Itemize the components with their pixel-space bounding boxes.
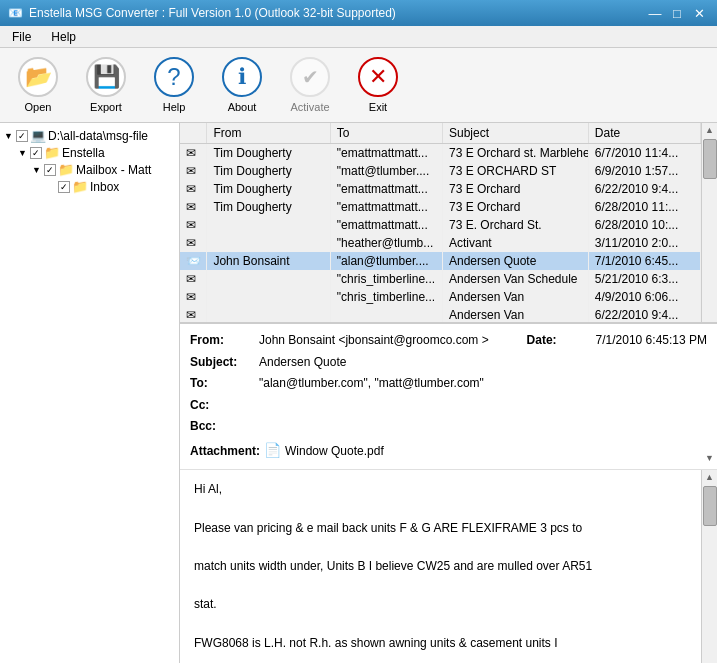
col-header-from[interactable]: From — [207, 123, 330, 144]
enstella-label: Enstella — [62, 146, 105, 160]
date-label: Date: — [527, 330, 592, 352]
table-row[interactable]: 📨 John Bonsaint "alan@tlumber.... Anders… — [180, 252, 701, 270]
email-subject: 73 E ORCHARD ST — [442, 162, 588, 180]
checkbox-drive[interactable] — [16, 130, 28, 142]
bcc-label: Bcc: — [190, 416, 255, 438]
cc-label: Cc: — [190, 395, 255, 417]
email-date: 6/22/2010 9:4... — [588, 306, 700, 322]
email-subject: Andersen Quote — [442, 252, 588, 270]
open-button[interactable]: 📂 Open — [8, 53, 68, 117]
about-icon: ℹ — [222, 57, 262, 97]
menu-help[interactable]: Help — [43, 28, 84, 46]
preview-scrollbar[interactable]: ▲ — [701, 470, 717, 663]
table-row[interactable]: ✉ Tim Dougherty "emattmattmatt... 73 E O… — [180, 198, 701, 216]
attachment-label: Attachment: — [190, 441, 260, 463]
email-from — [207, 234, 330, 252]
email-icon-cell: ✉ — [180, 198, 207, 216]
window-title: Enstella MSG Converter : Full Version 1.… — [29, 6, 396, 20]
email-date: 6/22/2010 9:4... — [588, 180, 700, 198]
email-date: 6/7/2010 11:4... — [588, 144, 700, 163]
table-row[interactable]: ✉ Tim Dougherty "matt@tlumber.... 73 E O… — [180, 162, 701, 180]
preview-from: John Bonsaint <jbonsaint@groomco.com > — [259, 330, 489, 352]
email-subject: 73 E Orchard — [442, 180, 588, 198]
email-from — [207, 216, 330, 234]
email-from: John Bonsaint — [207, 252, 330, 270]
open-icon: 📂 — [18, 57, 58, 97]
folder-icon-enstella: 📁 — [44, 145, 60, 160]
checkbox-mailbox[interactable] — [44, 164, 56, 176]
col-header-date[interactable]: Date — [588, 123, 700, 144]
email-subject: 73 E Orchard st. Marblehead — [442, 144, 588, 163]
attachment-icon: 📄 — [264, 438, 281, 463]
main-area: ▼ 💻 D:\all-data\msg-file ▼ 📁 Enstella ▼ … — [0, 123, 717, 663]
title-bar: 📧 Enstella MSG Converter : Full Version … — [0, 0, 717, 26]
email-icon-cell: ✉ — [180, 162, 207, 180]
expand-icon-3: ▼ — [32, 165, 44, 175]
email-subject: 73 E. Orchard St. — [442, 216, 588, 234]
activate-label: Activate — [290, 101, 329, 113]
email-subject: Activant — [442, 234, 588, 252]
col-header-subject[interactable]: Subject — [442, 123, 588, 144]
preview-scrollbar-thumb[interactable] — [703, 486, 717, 526]
table-row[interactable]: ✉ Tim Dougherty "emattmattmatt... 73 E O… — [180, 144, 701, 163]
help-button[interactable]: ? Help — [144, 53, 204, 117]
list-scrollbar-thumb[interactable] — [703, 139, 717, 179]
email-subject: Andersen Van — [442, 288, 588, 306]
email-subject: 73 E Orchard — [442, 198, 588, 216]
col-header-attach — [180, 123, 207, 144]
tree-item-inbox[interactable]: 📁 Inbox — [0, 178, 179, 195]
email-subject: Andersen Van — [442, 306, 588, 322]
about-button[interactable]: ℹ About — [212, 53, 272, 117]
maximize-button[interactable]: □ — [667, 3, 687, 23]
close-button[interactable]: ✕ — [689, 3, 709, 23]
email-from — [207, 270, 330, 288]
about-label: About — [228, 101, 257, 113]
col-header-to[interactable]: To — [330, 123, 442, 144]
activate-button[interactable]: ✔ Activate — [280, 53, 340, 117]
email-icon-cell: ✉ — [180, 234, 207, 252]
email-to — [330, 306, 442, 322]
tree-item-mailbox[interactable]: ▼ 📁 Mailbox - Matt — [0, 161, 179, 178]
export-label: Export — [90, 101, 122, 113]
help-icon: ? — [154, 57, 194, 97]
table-row[interactable]: ✉ Andersen Van 6/22/2010 9:4... — [180, 306, 701, 322]
email-to: "emattmattmatt... — [330, 198, 442, 216]
list-scrollbar[interactable]: ▲ ▼ — [701, 123, 717, 322]
email-date: 6/9/2010 1:57... — [588, 162, 700, 180]
to-label: To: — [190, 373, 255, 395]
table-row[interactable]: ✉ "chris_timberline... Andersen Van 4/9/… — [180, 288, 701, 306]
export-button[interactable]: 💾 Export — [76, 53, 136, 117]
window-controls: — □ ✕ — [645, 3, 709, 23]
tree-item-enstella[interactable]: ▼ 📁 Enstella — [0, 144, 179, 161]
table-row[interactable]: ✉ "heather@tlumb... Activant 3/11/2010 2… — [180, 234, 701, 252]
email-date: 3/11/2010 2:0... — [588, 234, 700, 252]
email-from — [207, 288, 330, 306]
content-area: From To Subject Date ✉ Tim Dougherty "em… — [180, 123, 717, 663]
toolbar: 📂 Open 💾 Export ? Help ℹ About ✔ Activat… — [0, 48, 717, 123]
email-icon-cell: ✉ — [180, 270, 207, 288]
table-row[interactable]: ✉ Tim Dougherty "emattmattmatt... 73 E O… — [180, 180, 701, 198]
email-date: 6/28/2010 11:... — [588, 198, 700, 216]
email-scroll[interactable]: From To Subject Date ✉ Tim Dougherty "em… — [180, 123, 701, 322]
email-to: "alan@tlumber.... — [330, 252, 442, 270]
email-icon-cell: ✉ — [180, 144, 207, 163]
email-to: "matt@tlumber.... — [330, 162, 442, 180]
folder-icon-mailbox: 📁 — [58, 162, 74, 177]
preview-panel: From: John Bonsaint <jbonsaint@groomco.c… — [180, 323, 717, 663]
email-to: "chris_timberline... — [330, 288, 442, 306]
exit-button[interactable]: ✕ Exit — [348, 53, 408, 117]
minimize-button[interactable]: — — [645, 3, 665, 23]
table-row[interactable]: ✉ "emattmattmatt... 73 E. Orchard St. 6/… — [180, 216, 701, 234]
menu-file[interactable]: File — [4, 28, 39, 46]
checkbox-inbox[interactable] — [58, 181, 70, 193]
checkbox-enstella[interactable] — [30, 147, 42, 159]
email-icon-cell: ✉ — [180, 216, 207, 234]
table-row[interactable]: ✉ "chris_timberline... Andersen Van Sche… — [180, 270, 701, 288]
tree-item-drive[interactable]: ▼ 💻 D:\all-data\msg-file — [0, 127, 179, 144]
preview-body: Hi Al, Please van pricing & e mail back … — [180, 470, 701, 663]
sidebar: ▼ 💻 D:\all-data\msg-file ▼ 📁 Enstella ▼ … — [0, 123, 180, 663]
exit-label: Exit — [369, 101, 387, 113]
email-from: Tim Dougherty — [207, 144, 330, 163]
email-from — [207, 306, 330, 322]
email-icon-cell: ✉ — [180, 288, 207, 306]
